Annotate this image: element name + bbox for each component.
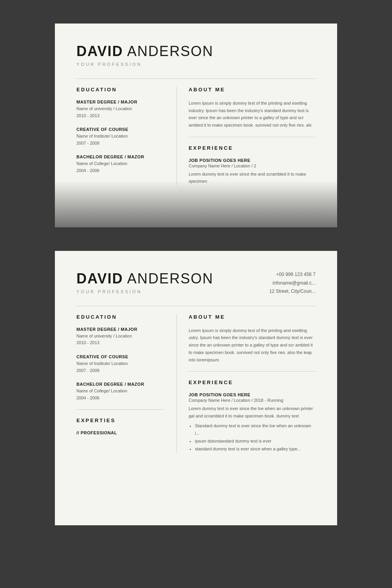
card2-edu-degree-2: CREATIVE OF COURSE	[76, 354, 165, 359]
edu-institution-3: Name of College/ Location	[76, 160, 165, 167]
card2-left: EDUCATION MASTER DEGREE / MAJOR Name of …	[76, 314, 177, 453]
card2-edu-divider	[76, 409, 165, 410]
edu-degree-3: BACHELOR DEGREE / MAZOR	[76, 154, 165, 159]
card1-exp-desc: Lorem dummy text is ever since the and s…	[189, 171, 316, 185]
card1-about-divider	[189, 137, 316, 137]
bullet-3: standard dummy text is ever since when a…	[195, 445, 316, 453]
card2-edu-degree-3: BACHELOR DEGREE / MAZOR	[76, 382, 165, 387]
card2-edu-degree-1: MASTER DEGREE / MAJOR	[76, 327, 165, 332]
resume-card-1: DAVID ANDERSON YOUR PROFESSION EDUCATION…	[55, 24, 337, 227]
experties-label-1: // PROFESSIONAL	[76, 430, 165, 435]
card1-profession: YOUR PROFESSION	[76, 62, 316, 67]
edu-years-2: 2007 - 2009	[76, 140, 165, 147]
card2-header-row: DAVID ANDERSON YOUR PROFESSION +00 999 1…	[76, 270, 316, 296]
card1-name: DAVID ANDERSON	[76, 43, 316, 60]
contact-phone: +00 999 123 456 7	[269, 270, 316, 279]
card1-firstname: DAVID	[76, 43, 123, 59]
card2-exp-title: EXPERIENCE	[189, 379, 316, 385]
card1-left: EDUCATION MASTER DEGREE / MAJOR Name of …	[76, 87, 177, 185]
card2-experties-title: EXPERTIES	[76, 417, 165, 423]
card2-edu-years-2: 2007 - 2009	[76, 367, 165, 374]
card2-right: ABOUT ME Lorem Ipsum is simply dummy tex…	[177, 314, 316, 453]
card2-about-title: ABOUT ME	[189, 314, 316, 320]
card1-education-title: EDUCATION	[76, 87, 165, 93]
resume-card-2: DAVID ANDERSON YOUR PROFESSION +00 999 1…	[55, 251, 337, 525]
card2-content: EDUCATION MASTER DEGREE / MAJOR Name of …	[76, 314, 316, 453]
card1-header: DAVID ANDERSON YOUR PROFESSION	[76, 43, 316, 67]
bullet-2: ipsum dolorstandard dummy text is ever	[195, 437, 316, 445]
card2-contact: +00 999 123 456 7 infoname@gmail.c... 12…	[269, 270, 316, 296]
card2-edu-item-2: CREATIVE OF COURSE Name of Institute/ Lo…	[76, 354, 165, 374]
edu-years-1: 2010 - 2013	[76, 113, 165, 120]
card2-about-text: Lorem Ipsum is simply dummy text of the …	[189, 327, 316, 363]
card2-exp-desc: Lorem dummy text is ever since the loe w…	[189, 405, 316, 419]
experties-item-1: // PROFESSIONAL	[76, 430, 165, 435]
edu-years-3: 2004 - 2006	[76, 167, 165, 174]
card2-edu-inst-1: Name of university / Location	[76, 333, 165, 340]
card2-edu-years-1: 2010 - 2013	[76, 339, 165, 347]
card2-exp-position: JOB POSITION GOES HERE	[189, 392, 316, 397]
card2-edu-inst-3: Name of College/ Location	[76, 388, 165, 395]
card2-exp-company: Company Name Here / Location / 2018 - Ru…	[189, 398, 316, 403]
card2-exp-bullets: Standard dummy text is ever since the lo…	[189, 422, 316, 453]
card2-edu-inst-2: Name of Institute/ Location	[76, 360, 165, 367]
bullet-1: Standard dummy text is ever since the lo…	[195, 422, 316, 438]
contact-address: 12 Street, City/Coun...	[269, 287, 316, 296]
edu-item-1: MASTER DEGREE / MAJOR Name of university…	[76, 100, 165, 119]
edu-institution-2: Name of Institute/ Location	[76, 133, 165, 140]
card2-lastname: ANDERSON	[123, 270, 213, 287]
card1-header-divider	[76, 78, 316, 79]
contact-email: infoname@gmail.c...	[269, 279, 316, 288]
edu-item-3: BACHELOR DEGREE / MAZOR Name of College/…	[76, 154, 165, 174]
card2-profession: YOUR PROFESSION	[76, 289, 213, 294]
card2-edu-item-1: MASTER DEGREE / MAJOR Name of university…	[76, 327, 165, 347]
card2-edu-item-3: BACHELOR DEGREE / MAZOR Name of College/…	[76, 382, 165, 401]
card1-exp-title: EXPERIENCE	[189, 145, 316, 151]
edu-degree-2: CREATIVE OF COURSE	[76, 127, 165, 132]
card2-firstname: DAVID	[76, 270, 123, 287]
card1-right: ABOUT ME Lorem Ipsum is simply dummy tex…	[177, 87, 316, 185]
card1-lastname: ANDERSON	[123, 43, 213, 59]
card2-about-divider	[189, 371, 316, 372]
card1-exp-company: Company Name Here / Location / 2	[189, 163, 316, 168]
card2-header-divider	[76, 306, 316, 306]
edu-item-2: CREATIVE OF COURSE Name of Institute/ Lo…	[76, 127, 165, 147]
card1-about-title: ABOUT ME	[189, 87, 316, 93]
card1-about-text: Lorem Ipsum is simply dummy text of the …	[189, 100, 316, 129]
card2-header-left: DAVID ANDERSON YOUR PROFESSION	[76, 270, 213, 294]
card2-education-title: EDUCATION	[76, 314, 165, 320]
card2-name: DAVID ANDERSON	[76, 270, 213, 287]
card1-exp-position: JOB POSITION GOES HERE	[189, 158, 316, 163]
edu-degree-1: MASTER DEGREE / MAJOR	[76, 100, 165, 104]
card2-edu-years-3: 2004 - 2006	[76, 395, 165, 402]
edu-institution-1: Name of university / Location	[76, 105, 165, 113]
card1-content: EDUCATION MASTER DEGREE / MAJOR Name of …	[76, 87, 316, 185]
